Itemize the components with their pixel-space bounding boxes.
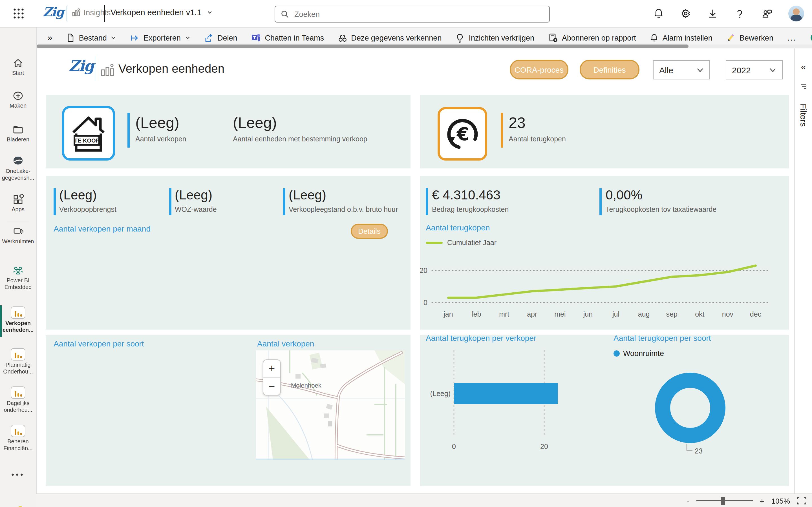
sidebar-item-label: Maken bbox=[0, 103, 36, 109]
legend-swatch-cumulatief bbox=[426, 242, 443, 244]
svg-text:sep: sep bbox=[666, 310, 677, 318]
more-options-button[interactable]: … bbox=[787, 33, 797, 43]
get-insights-button[interactable]: Inzichten verkrijgen bbox=[455, 33, 534, 43]
sidebar-item-bladeren[interactable]: Bladeren bbox=[0, 124, 36, 143]
copilot-icon bbox=[810, 33, 812, 43]
sidebar-item-dagelijks-onderhoud[interactable]: Dagelijks onderhou... bbox=[0, 386, 36, 413]
sidebar-item-power-bi[interactable]: Power BI bbox=[0, 505, 36, 507]
notifications-icon[interactable] bbox=[653, 8, 664, 19]
filter-icon[interactable] bbox=[799, 82, 808, 91]
application-window: Zig Insights Verkopen eenheden v1.1 bbox=[0, 0, 812, 507]
search-input[interactable] bbox=[293, 9, 544, 19]
help-icon[interactable] bbox=[734, 8, 746, 19]
chart-bars-icon bbox=[100, 63, 115, 76]
share-button[interactable]: Delen bbox=[204, 33, 238, 43]
euro-recycle-icon: € bbox=[438, 107, 487, 161]
sidebar-item-planmatig-onderhoud[interactable]: Planmatig Onderhou... bbox=[0, 348, 36, 375]
divider bbox=[95, 56, 95, 81]
legend-label: Cumulatief Jaar bbox=[447, 239, 497, 247]
share-icon bbox=[204, 33, 213, 43]
zoom-slider-handle[interactable] bbox=[721, 497, 725, 505]
sidebar-item-maken[interactable]: Maken bbox=[0, 90, 36, 109]
export-menu-label: Exporteren bbox=[144, 34, 181, 42]
map-visual[interactable]: Molenhoek + − bbox=[256, 350, 405, 460]
ellipsis-icon: ••• bbox=[0, 470, 36, 479]
sidebar-item-onelake[interactable]: OneLake-gegevensh... bbox=[0, 156, 36, 181]
map-zoom-out-button[interactable]: − bbox=[263, 378, 280, 395]
lightbulb-icon bbox=[455, 33, 465, 43]
search-box[interactable] bbox=[274, 6, 550, 22]
edit-button[interactable]: Bewerken bbox=[726, 33, 773, 43]
app-launcher-icon[interactable] bbox=[12, 7, 25, 20]
teams-icon bbox=[251, 33, 261, 43]
kpi-accent-bar bbox=[54, 188, 56, 215]
sidebar-item-verkopen-eenheden[interactable]: Verkopen eenheden... bbox=[0, 306, 36, 334]
donut-chart[interactable]: 23 bbox=[647, 365, 733, 460]
kpi-verkoopopbrengst: (Leeg) Verkoopopbrengst bbox=[59, 188, 116, 214]
sidebar-item-label: Planmatig Onderhou... bbox=[0, 362, 36, 375]
kpi-label: Bedrag terugkoopkosten bbox=[432, 206, 509, 214]
sidebar-item-label: Beheren Financiën... bbox=[0, 438, 36, 452]
line-chart[interactable]: janfebmrtaprmeijunjulaugsepoktnovdec020 bbox=[412, 260, 778, 322]
sidebar-item-start[interactable]: Start bbox=[0, 57, 36, 76]
sidebar-item-beheren-financien[interactable]: Beheren Financiën... bbox=[0, 425, 36, 452]
line-chart-title[interactable]: Aantal terugkopen bbox=[426, 223, 490, 232]
map-zoom-in-button[interactable]: + bbox=[263, 360, 280, 378]
zig-logo-large: Zig bbox=[69, 57, 94, 74]
sidebar-item-label: Dagelijks onderhou... bbox=[0, 400, 36, 413]
report-switcher[interactable]: Verkopen eenheden v1.1 bbox=[110, 8, 213, 17]
settings-gear-icon[interactable] bbox=[680, 8, 691, 19]
svg-text:0: 0 bbox=[423, 298, 427, 306]
year-dropdown[interactable]: 2022 bbox=[726, 60, 783, 79]
expand-menu-button[interactable]: » bbox=[47, 33, 52, 43]
sidebar-item-apps[interactable]: Apps bbox=[0, 194, 36, 213]
set-alert-button[interactable]: Alarm instellen bbox=[650, 33, 712, 42]
double-chevron-icon: » bbox=[47, 33, 52, 43]
report-icon bbox=[11, 348, 26, 360]
kpi-label: Aantal eenheden met bestemming verkoop bbox=[233, 135, 367, 143]
sidebar-item-werkruimten[interactable]: Werkruimten bbox=[0, 226, 36, 245]
kpi-value: 23 bbox=[509, 115, 566, 131]
teams-chat-button[interactable]: Chatten in Teams bbox=[251, 33, 324, 43]
donut-chart-title[interactable]: Aantal terugkopen per soort bbox=[613, 334, 711, 342]
report-icon bbox=[11, 425, 26, 437]
expand-filters-icon[interactable]: « bbox=[801, 62, 806, 72]
definities-button[interactable]: Definities bbox=[580, 60, 640, 79]
legend-label: Woonruimte bbox=[623, 349, 664, 358]
plus-circle-icon bbox=[12, 90, 24, 101]
link-aantal-verkopen-per-maand[interactable]: Aantal verkopen per maand bbox=[54, 224, 151, 233]
fit-to-page-icon[interactable] bbox=[797, 497, 806, 505]
export-menu[interactable]: Exporteren bbox=[130, 33, 190, 43]
cora-proces-button[interactable]: CORA-proces bbox=[510, 60, 568, 79]
kpi-label: Verkoopopbrengst bbox=[59, 206, 116, 214]
type-dropdown[interactable]: Alle bbox=[653, 60, 710, 79]
user-avatar[interactable] bbox=[788, 6, 804, 21]
subscribe-report-button[interactable]: Abonneren op rapport bbox=[548, 33, 636, 43]
report-switcher-label: Verkopen eenheden v1.1 bbox=[110, 8, 202, 17]
verkopen-per-soort-title[interactable]: Aantal verkopen per soort bbox=[54, 339, 144, 348]
feedback-icon[interactable] bbox=[761, 8, 772, 19]
download-icon[interactable] bbox=[707, 8, 718, 19]
zoom-out-button[interactable]: - bbox=[687, 496, 690, 506]
details-button[interactable]: Details bbox=[351, 224, 388, 239]
toolbar-scrollbar-thumb[interactable] bbox=[37, 45, 689, 48]
kpi-value: € 4.310.463 bbox=[432, 188, 509, 203]
sidebar-more-button[interactable]: ••• bbox=[0, 470, 36, 479]
copilot-button[interactable]: Copilot bbox=[810, 33, 812, 43]
search-icon bbox=[281, 10, 289, 18]
divider bbox=[104, 5, 105, 22]
zoom-slider-track[interactable] bbox=[696, 500, 753, 501]
topbar-actions bbox=[653, 0, 804, 27]
bar-chart-title[interactable]: Aantal terugkopen per verkoper bbox=[426, 334, 536, 342]
zoom-in-button[interactable]: + bbox=[760, 496, 765, 506]
sidebar-item-powerbi-embedded[interactable]: Power BI Embedded bbox=[0, 265, 36, 291]
zig-logo: Zig bbox=[43, 4, 64, 19]
svg-text:0: 0 bbox=[452, 443, 456, 450]
kpi-aantal-terugkopen: 23 Aantal terugkopen bbox=[509, 115, 566, 143]
bar-chart[interactable]: (Leeg) 020 bbox=[420, 346, 572, 457]
kpi-label: Terugkoopkosten tov taxatiewaarde bbox=[606, 206, 716, 214]
explore-data-button[interactable]: Deze gegevens verkennen bbox=[338, 33, 442, 43]
map-title[interactable]: Aantal verkopen bbox=[257, 339, 314, 348]
file-menu[interactable]: Bestand bbox=[66, 33, 116, 42]
kpi-accent-bar bbox=[599, 188, 601, 215]
